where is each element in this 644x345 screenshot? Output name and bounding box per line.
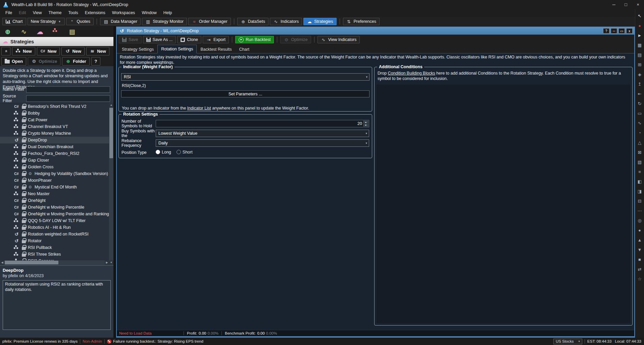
data-manager-button[interactable]: ▤Data Manager	[100, 18, 141, 25]
rebalance-select[interactable]: Daily ▾	[156, 139, 369, 147]
new-button[interactable]: ≋New	[86, 47, 109, 55]
list-item[interactable]: QQQ 5-DAY LOW w/ TLT Filter	[0, 217, 113, 224]
preferences-button[interactable]: ⇅Preferences	[343, 18, 380, 25]
list-item[interactable]: Golden Cross	[0, 164, 113, 170]
export-button[interactable]: ⇥Export	[203, 36, 229, 43]
scroll-thumb[interactable]	[109, 108, 113, 158]
indicators-button[interactable]: ∿Indicators	[270, 18, 302, 25]
refresh-icon[interactable]: ↻	[636, 99, 644, 109]
add-box-icon[interactable]: ⊞	[636, 60, 644, 70]
close-button[interactable]: ×	[632, 0, 644, 9]
list-item[interactable]: Crypto Money Machine	[0, 130, 113, 137]
hatch-icon[interactable]: ▧	[636, 157, 644, 167]
help-button[interactable]: ?	[603, 28, 609, 34]
minimize-button[interactable]: ─	[608, 0, 620, 9]
list-item[interactable]: C#⚙Hedging by Volatility (Sandbox Versio…	[0, 170, 113, 177]
list-item[interactable]: Channel Breakout VT	[0, 123, 113, 130]
half-left-icon[interactable]: ◧	[636, 177, 644, 186]
folder-button[interactable]: ⊕Folder	[62, 57, 90, 66]
open-button[interactable]: Open	[1, 57, 26, 66]
maximize-button[interactable]: ▭	[618, 28, 625, 34]
list-item[interactable]: RSI Pullback	[0, 244, 113, 251]
scroll-up-icon[interactable]: ▲	[109, 103, 113, 107]
scroll-right-icon[interactable]: ▶	[105, 260, 109, 265]
run-backtest-button[interactable]: ►Run Backtest	[235, 36, 274, 43]
scroll-thumb[interactable]	[5, 261, 58, 264]
save-as-button[interactable]: Save As ...	[143, 36, 176, 43]
new-strategy-button[interactable]: New Strategy▾	[28, 18, 65, 25]
symbols-to-hold-stepper[interactable]: 20 ▲▼	[156, 120, 369, 127]
list-item[interactable]: Bobby	[0, 110, 113, 117]
list-horizontal-scrollbar[interactable]: ◀ ▶	[0, 260, 109, 265]
list-item[interactable]: Gap Closer	[0, 157, 113, 164]
menu-file[interactable]: File	[2, 9, 15, 17]
building-blocks-icon[interactable]	[52, 28, 60, 35]
maximize-button[interactable]: □	[620, 0, 632, 9]
scroll-down-icon[interactable]: ▼	[109, 260, 113, 265]
view-indicators-button[interactable]: ∿View Indicators	[317, 36, 360, 43]
list-item[interactable]: C#OneNight w Moving Percentile	[0, 204, 113, 211]
down-tri-icon[interactable]: ▼	[636, 245, 644, 255]
menu-view[interactable]: View	[30, 9, 45, 17]
clone-button[interactable]: Clone	[177, 36, 201, 43]
optimize-button[interactable]: ⚙Optimize	[280, 36, 311, 43]
menu-theme[interactable]: Theme	[45, 9, 65, 17]
star-icon[interactable]: ☆	[636, 274, 644, 284]
diamond-icon[interactable]: ◈	[636, 70, 644, 79]
swap-icon[interactable]: ⇄	[636, 264, 644, 274]
set-parameters-button[interactable]: Set Parameters ...	[121, 90, 369, 97]
minus-box-icon[interactable]: ⊟	[636, 196, 644, 206]
target-icon[interactable]: ◎	[636, 216, 644, 225]
dot-icon[interactable]: ●	[636, 225, 644, 235]
library-icon[interactable]: ▤	[68, 28, 76, 35]
name-filter-input[interactable]	[26, 86, 110, 93]
menu-edit[interactable]: Edit	[15, 9, 30, 17]
list-item[interactable]: Robotics AI - Hit & Run	[0, 224, 113, 231]
half-right-icon[interactable]: ◨	[636, 186, 644, 196]
list-item[interactable]: C#OneNight w Moving Percentile and Ranki…	[0, 211, 113, 217]
menu-help[interactable]: Help	[160, 9, 176, 17]
lines-icon[interactable]: ≡	[636, 167, 644, 177]
position-radio-long[interactable]: Long	[156, 150, 171, 155]
condition-building-blocks-link[interactable]: Condition Building Blocks	[388, 71, 435, 76]
list-item[interactable]: C#MoonPhaser	[0, 177, 113, 184]
strategy-window-titlebar[interactable]: ↺ Rotation Strategy - WL.com\DeepDrop ?─…	[117, 27, 634, 35]
grid-icon[interactable]: ▦	[636, 40, 644, 50]
tab-strategy-settings[interactable]: Strategy Settings	[118, 45, 157, 53]
menu-workspaces[interactable]: Workspaces	[109, 9, 139, 17]
list-item[interactable]: Neo Master	[0, 190, 113, 197]
new-button[interactable]: New	[12, 47, 35, 55]
close-box-icon[interactable]: ⊠	[636, 147, 644, 157]
datasets-button[interactable]: ⊕DataSets	[237, 18, 268, 25]
rows-icon[interactable]: ▤	[636, 50, 644, 60]
menu-extensions[interactable]: Extensions	[82, 9, 109, 17]
new-button[interactable]: ↺New	[61, 47, 85, 55]
market-selector[interactable]: US Stocks ▾	[553, 339, 582, 344]
list-item[interactable]: ↺Rotation weighted on RocketRSI	[0, 231, 113, 238]
source-filter-input[interactable]	[26, 95, 110, 102]
list-item[interactable]: RSI Three Strikes	[0, 251, 113, 258]
datasets-globe-icon[interactable]: ⊕	[4, 28, 11, 35]
list-item[interactable]: ↺DeepDrop	[0, 137, 113, 143]
tab-rotation-settings[interactable]: Rotation Settings	[157, 45, 197, 53]
square-icon[interactable]: ■	[636, 255, 644, 264]
indicator-select[interactable]: RSI ▾	[121, 73, 369, 81]
dots-icon[interactable]: ⋯	[636, 206, 644, 216]
position-radio-short[interactable]: Short	[177, 150, 193, 155]
pointer-icon[interactable]: ↖	[636, 11, 644, 21]
list-item[interactable]: C#⚙Mystical End Of Month	[0, 184, 113, 190]
list-item[interactable]: C#Bensdorp's Short Rsi Thrust V2	[0, 103, 113, 110]
list-item[interactable]: Dual Donchian Breakout	[0, 143, 113, 150]
expand-panel-icon[interactable]: ►	[636, 31, 644, 40]
list-item[interactable]: Cat Power	[0, 117, 113, 123]
list-vertical-scrollbar[interactable]: ▲	[109, 103, 113, 260]
chart-button[interactable]: Chart	[2, 18, 26, 25]
rect-icon[interactable]: ▭	[636, 109, 644, 118]
indicators-wave-icon[interactable]: ∿	[20, 28, 28, 35]
tab-backtest-results[interactable]: Backtest Results	[197, 45, 235, 53]
minimize-button[interactable]: ─	[611, 28, 617, 34]
tab-chart[interactable]: Chart	[236, 45, 253, 53]
buy-symbols-select[interactable]: Lowest Weight Value ▾	[156, 130, 369, 137]
stepper-down-icon[interactable]: ▼	[363, 124, 368, 127]
panel-splitter[interactable]	[113, 26, 116, 338]
